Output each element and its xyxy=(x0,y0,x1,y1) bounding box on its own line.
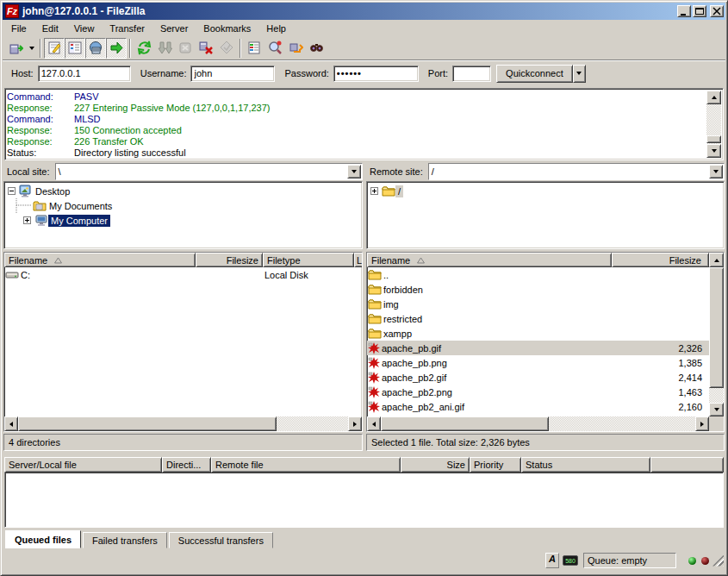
remote-vscrollbar[interactable] xyxy=(709,267,724,416)
scroll-up-button[interactable] xyxy=(709,253,724,267)
reconnect-icon[interactable] xyxy=(216,38,237,59)
queue-column-empty[interactable] xyxy=(650,457,724,473)
remote-site-combo[interactable]: / xyxy=(428,163,725,180)
toggle-local-tree-icon[interactable] xyxy=(65,38,85,59)
ascii-mode-icon[interactable]: A xyxy=(545,553,559,568)
tree-item--[interactable]: / xyxy=(369,184,724,198)
file-row-apache-pb2-gif[interactable]: apache_pb2.gif2,414 xyxy=(367,370,709,385)
image-icon xyxy=(368,342,380,354)
close-button[interactable] xyxy=(710,5,724,17)
toggle-queue-icon[interactable] xyxy=(106,38,127,59)
tree-expander[interactable] xyxy=(23,216,31,224)
scroll-left-button[interactable] xyxy=(367,416,381,431)
scroll-down-button[interactable] xyxy=(709,403,724,416)
menu-view[interactable]: View xyxy=(66,22,103,35)
tree-item-my-computer[interactable]: My Computer xyxy=(6,213,362,228)
menu-edit[interactable]: Edit xyxy=(34,22,66,35)
column-header-filename[interactable]: Filename xyxy=(4,253,196,267)
speedlimit-icon[interactable]: 580 xyxy=(563,555,578,566)
menu-transfer[interactable]: Transfer xyxy=(102,22,152,35)
tree-item-my-documents[interactable]: My Documents xyxy=(6,198,362,213)
file-row-img[interactable]: img xyxy=(367,297,709,311)
image-icon xyxy=(368,401,380,413)
queue-column-priority[interactable]: Priority xyxy=(470,457,521,473)
host-input[interactable] xyxy=(38,66,131,82)
toggle-remote-tree-icon[interactable] xyxy=(85,38,106,59)
file-row-apache-pb2-ani-gif[interactable]: apache_pb2_ani.gif2,160 xyxy=(367,399,709,414)
find-icon[interactable] xyxy=(306,38,327,59)
password-input[interactable] xyxy=(333,66,419,82)
scroll-left-button[interactable] xyxy=(4,416,18,431)
combo-dropdown-button[interactable] xyxy=(347,165,361,178)
file-row--[interactable]: .. xyxy=(367,267,709,282)
file-row-c-[interactable]: C:Local Disk xyxy=(4,267,362,282)
queue-column-size[interactable]: Size xyxy=(401,457,470,473)
combo-dropdown-button[interactable] xyxy=(709,165,723,178)
column-header-filesize[interactable]: Filesize xyxy=(196,253,263,267)
site-manager-dropdown[interactable] xyxy=(26,38,37,59)
minimize-button[interactable] xyxy=(677,5,691,17)
file-row-apache-pb2-png[interactable]: apache_pb2.png1,463 xyxy=(367,385,709,399)
column-header-filetype[interactable]: Filetype xyxy=(263,253,354,267)
tab-successful-transfers[interactable]: Successful transfers xyxy=(169,532,273,548)
scroll-thumb[interactable] xyxy=(381,416,549,431)
scroll-thumb[interactable] xyxy=(706,135,721,143)
process-queue-icon[interactable] xyxy=(154,38,175,59)
sync-browse-icon[interactable] xyxy=(285,38,306,59)
quickconnect-bar: Host: Username: Password: Port: Quickcon… xyxy=(3,60,725,86)
filter-icon[interactable] xyxy=(244,38,264,59)
quickconnect-dropdown[interactable] xyxy=(573,65,586,83)
log-scrollbar[interactable] xyxy=(706,91,721,158)
queue-column-status[interactable]: Status xyxy=(521,457,650,473)
scroll-right-button[interactable] xyxy=(348,416,362,431)
column-header-filename[interactable]: Filename xyxy=(367,253,612,267)
menu-bookmarks[interactable]: Bookmarks xyxy=(196,22,258,35)
site-manager-icon[interactable] xyxy=(5,38,26,59)
mydocs-icon xyxy=(33,200,47,212)
file-row-xampp[interactable]: xampp xyxy=(367,326,709,341)
toggle-log-icon[interactable] xyxy=(44,38,65,59)
scroll-thumb[interactable] xyxy=(709,267,724,388)
local-status-bar: 4 directories xyxy=(3,434,363,451)
scroll-down-button[interactable] xyxy=(706,144,721,158)
file-row-forbidden[interactable]: forbidden xyxy=(367,282,709,297)
queue-column-directi-[interactable]: Directi... xyxy=(162,457,211,473)
tree-item-desktop[interactable]: Desktop xyxy=(6,184,362,198)
sort-ascending-icon xyxy=(417,257,425,264)
disconnect-icon[interactable] xyxy=(196,38,216,59)
resize-grip[interactable] xyxy=(712,555,724,567)
remote-hscrollbar[interactable] xyxy=(367,416,709,431)
tab-queued-files[interactable]: Queued files xyxy=(5,530,81,548)
remote-status-bar: Selected 1 file. Total size: 2,326 bytes xyxy=(366,434,725,451)
queue-column-server-local-file[interactable]: Server/Local file xyxy=(4,457,162,473)
message-log: Command:PASVResponse:227 Entering Passiv… xyxy=(4,88,724,160)
queue-column-remote-file[interactable]: Remote file xyxy=(211,457,401,473)
file-row-restricted[interactable]: restricted xyxy=(367,311,709,326)
menu-server[interactable]: Server xyxy=(152,22,196,35)
scroll-up-button[interactable] xyxy=(706,91,721,104)
compare-icon[interactable] xyxy=(264,38,285,59)
bottom-status-bar: A 580 Queue: empty xyxy=(3,550,725,571)
maximize-button[interactable] xyxy=(693,5,706,17)
queue-body xyxy=(4,473,724,528)
cancel-icon[interactable] xyxy=(175,38,196,59)
column-header-l[interactable]: L xyxy=(354,253,363,267)
file-row-apache-pb-gif[interactable]: apache_pb.gif2,326 xyxy=(367,341,709,355)
scroll-right-button[interactable] xyxy=(695,416,709,431)
local-hscrollbar[interactable] xyxy=(4,416,362,431)
scroll-thumb[interactable] xyxy=(18,416,277,431)
tree-expander[interactable] xyxy=(8,187,16,195)
menu-help[interactable]: Help xyxy=(258,22,294,35)
green-indicator-icon xyxy=(688,557,696,565)
column-header-filesize[interactable]: Filesize xyxy=(612,253,709,267)
local-site-combo[interactable]: \ xyxy=(55,163,363,180)
quickconnect-button[interactable]: Quickconnect xyxy=(496,65,573,83)
tree-expander[interactable] xyxy=(370,187,378,195)
tab-failed-transfers[interactable]: Failed transfers xyxy=(83,532,167,548)
username-input[interactable] xyxy=(190,66,275,82)
menu-file[interactable]: File xyxy=(3,22,34,35)
port-input[interactable] xyxy=(452,66,491,82)
refresh-icon[interactable] xyxy=(134,38,154,59)
file-row-apache-pb-png[interactable]: apache_pb.png1,385 xyxy=(367,355,709,370)
local-pane: Local site: \ DesktopMy DocumentsMy Comp… xyxy=(3,162,363,451)
